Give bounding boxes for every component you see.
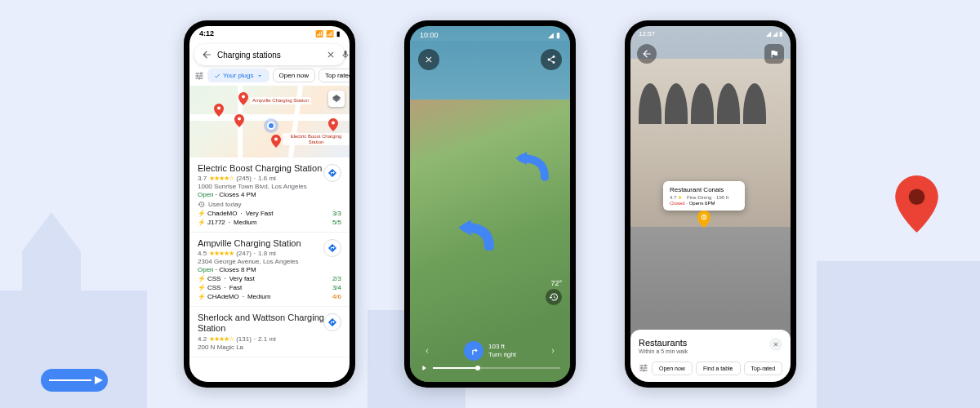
- status-icons: 📶 📶 ▮: [315, 30, 340, 38]
- bolt-icon: ⚡: [198, 275, 204, 282]
- phone-lens-restaurants: 12:57 ◢ ◢ ▮ Restaurant Conais 4.7 ★ · Fi…: [625, 20, 796, 388]
- status-icons: ◢ ◢ ▮: [766, 30, 782, 38]
- status-bar: 4:12 📶 📶 ▮: [189, 26, 350, 41]
- result-item[interactable]: Ampville Charging Station 4.5 ★★★★★ (247…: [189, 233, 350, 307]
- bottom-sheet[interactable]: Restaurants Within a 5 min walk Open now…: [630, 330, 791, 382]
- phone-maps-search: 4:12 📶 📶 ▮ Your plugs Open now Top rated: [184, 20, 355, 388]
- place-pin-icon: [697, 211, 710, 227]
- back-icon[interactable]: [201, 48, 212, 61]
- weather-widget: 72°: [546, 279, 562, 305]
- svg-point-1: [217, 107, 220, 110]
- chip-top-rated[interactable]: Top-rated: [744, 361, 782, 375]
- filter-row: Your plugs Open now Top rated: [189, 69, 350, 86]
- search-bar[interactable]: [194, 44, 345, 65]
- map-pin[interactable]: [214, 104, 224, 117]
- filter-top-rated[interactable]: Top rated: [318, 69, 350, 82]
- result-item[interactable]: Electric Boost Charging Station 3.7 ★★★★…: [189, 157, 350, 233]
- temperature: 72°: [546, 279, 562, 287]
- directions-button[interactable]: [323, 239, 341, 257]
- current-location-dot: [267, 122, 275, 130]
- ar-turn-arrow: [512, 149, 553, 181]
- result-title: Ampville Charging Station: [198, 238, 341, 248]
- battery-icon: ▮: [336, 30, 340, 38]
- chip-find-table[interactable]: Find a table: [696, 361, 741, 375]
- share-button[interactable]: [541, 49, 562, 70]
- map-pin[interactable]: [271, 135, 281, 148]
- status-bar: 12:57 ◢ ◢ ▮: [630, 26, 791, 42]
- signal-icon: 📶: [315, 30, 323, 38]
- report-button[interactable]: [764, 44, 784, 64]
- stars-icon: ★★★★☆: [209, 175, 234, 182]
- close-sheet-button[interactable]: [769, 338, 782, 351]
- sheet-title: Restaurants: [639, 338, 688, 348]
- history-icon: [198, 201, 205, 208]
- results-list[interactable]: Electric Boost Charging Station 3.7 ★★★★…: [189, 157, 350, 357]
- status-bar: 10:00 ◢ ▮: [410, 26, 570, 44]
- phone-ar-navigation: 10:00 ◢ ▮ 72° 103 ft: [404, 20, 576, 388]
- status-time: 10:00: [420, 31, 439, 39]
- result-title: Electric Boost Charging Station: [198, 163, 341, 173]
- back-button[interactable]: [637, 44, 657, 64]
- turn-right-icon: [464, 341, 483, 361]
- result-title: Sherlock and Wattson Charging Station: [198, 313, 341, 334]
- chip-open-now[interactable]: Open now: [652, 361, 693, 375]
- prev-step-button[interactable]: [420, 344, 434, 358]
- svg-point-3: [238, 118, 241, 121]
- clear-icon[interactable]: [326, 48, 336, 61]
- svg-point-4: [274, 138, 278, 141]
- status-icons: ◢ ▮: [548, 31, 560, 39]
- close-button[interactable]: [418, 49, 439, 70]
- wifi-icon: 📶: [326, 30, 334, 38]
- bolt-icon: ⚡: [198, 293, 204, 300]
- result-item[interactable]: Sherlock and Wattson Charging Station 4.…: [189, 307, 350, 357]
- direction-instruction: 103 ft Turn right: [464, 341, 516, 361]
- bolt-icon: ⚡: [198, 219, 204, 226]
- svg-point-2: [242, 95, 245, 99]
- stars-icon: ★★★★★: [209, 250, 234, 257]
- place-name: Restaurant Conais: [670, 186, 738, 193]
- status-time: 4:12: [199, 29, 214, 38]
- bolt-icon: ⚡: [198, 210, 204, 217]
- sheet-subtitle: Within a 5 min walk: [639, 348, 688, 354]
- tune-icon[interactable]: [639, 361, 648, 375]
- filter-open-now[interactable]: Open now: [273, 69, 315, 82]
- status-time: 12:57: [639, 30, 655, 38]
- next-step-button[interactable]: [546, 344, 560, 358]
- weather-time-icon[interactable]: [546, 289, 562, 305]
- map-label-ampville: Ampville Charging Station: [250, 97, 311, 104]
- stars-icon: ★★★★☆: [209, 335, 234, 343]
- directions-button[interactable]: [323, 164, 341, 182]
- bolt-icon: ⚡: [198, 284, 204, 291]
- svg-point-5: [332, 122, 335, 125]
- voice-icon[interactable]: [341, 48, 350, 61]
- search-input[interactable]: [217, 51, 321, 60]
- filter-your-plugs[interactable]: Your plugs: [207, 69, 270, 82]
- progress-bar[interactable]: [410, 361, 570, 375]
- place-card[interactable]: Restaurant Conais 4.7 ★ · Fine Dining · …: [663, 181, 745, 211]
- play-button[interactable]: [420, 361, 428, 375]
- ar-turn-arrow: [455, 218, 496, 251]
- star-icon: ★: [678, 194, 682, 200]
- tune-icon[interactable]: [194, 70, 204, 82]
- map-pin[interactable]: [234, 114, 244, 127]
- directions-button[interactable]: [323, 313, 341, 331]
- map-pin[interactable]: [238, 92, 248, 105]
- map-label-electric: Electric Boost Charging Station: [283, 133, 350, 145]
- map-view[interactable]: Ampville Charging Station Electric Boost…: [189, 86, 350, 157]
- map-pin[interactable]: [328, 118, 338, 131]
- layers-button[interactable]: [328, 91, 345, 107]
